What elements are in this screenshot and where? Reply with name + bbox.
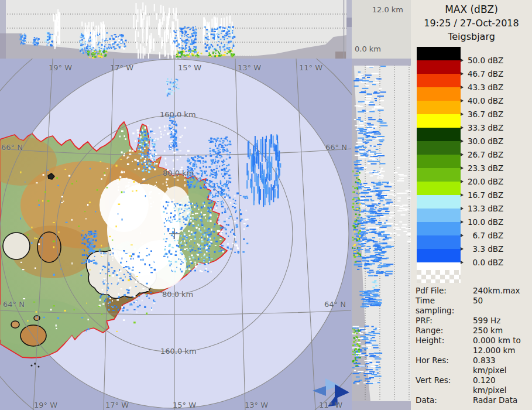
range-ring-label: 80.0 km xyxy=(162,290,193,299)
edge-strip-right-dark xyxy=(346,18,352,27)
dbz-swatch xyxy=(417,101,461,114)
scan-datetime: 19:25 / 27-Oct-2018 xyxy=(411,18,532,29)
dbz-swatch xyxy=(417,155,461,168)
dbz-swatch xyxy=(417,222,461,235)
dbz-scale-label: 33.3 dBZ xyxy=(461,123,503,132)
dbz-scale-label: 16.7 dBZ xyxy=(461,190,503,200)
top-height-profile-panel[interactable] xyxy=(0,0,352,59)
dbz-swatch xyxy=(417,168,461,182)
dbz-swatch xyxy=(417,74,461,87)
dbz-scale-label: 40.0 dBZ xyxy=(461,96,503,105)
nodata-swatch-transparent xyxy=(417,270,461,283)
metadata-row: Pdf File:240km.max xyxy=(416,286,529,296)
scale-tick-arrow-icon xyxy=(461,234,464,237)
dbz-swatch xyxy=(417,141,461,155)
dbz-scale-label: 13.3 dBZ xyxy=(461,204,503,213)
dbz-swatch xyxy=(417,249,461,262)
dbz-swatch xyxy=(417,114,461,128)
metadata-row: Time sampling:50 xyxy=(416,296,529,316)
legend-panel: MAX (dBZ) 19:25 / 27-Oct-2018 Teigsbjarg… xyxy=(411,0,532,410)
dbz-scale-label: 30.0 dBZ xyxy=(461,136,503,146)
longitude-label-top: 15° W xyxy=(178,63,201,72)
dbz-swatch xyxy=(417,128,461,141)
dbz-scale-label: 20.0 dBZ xyxy=(461,177,503,186)
dbz-swatch xyxy=(417,60,461,74)
dbz-swatch xyxy=(417,87,461,101)
dbz-scale-label: 10.0 dBZ xyxy=(461,217,503,227)
longitude-label-top: 11° W xyxy=(299,63,322,72)
dbz-scale-label: 26.7 dBZ xyxy=(461,150,503,159)
radar-application-window: Icelandic Met Office 12.0 km 0.0 km xyxy=(0,0,532,410)
dbz-scale-label: 50.0 dBZ xyxy=(461,56,503,65)
longitude-label-top: 13° W xyxy=(238,63,261,72)
scale-tick-arrow-icon xyxy=(461,86,464,89)
height-axis-max-label: 12.0 km xyxy=(372,5,403,14)
dbz-swatch xyxy=(417,182,461,195)
scale-tick-arrow-icon xyxy=(461,99,464,102)
dbz-colorbar xyxy=(417,47,461,283)
product-metadata: Pdf File:240km.maxTime sampling:50PRF:59… xyxy=(416,286,529,410)
scale-tick-arrow-icon xyxy=(461,207,464,210)
scale-tick-arrow-icon xyxy=(461,220,464,224)
latitude-label-right: 66° N xyxy=(325,143,347,152)
metadata-row: 12.000 km xyxy=(416,346,529,356)
range-ring-label: 80.0 km xyxy=(163,169,194,177)
scale-tick-arrow-icon xyxy=(461,261,464,264)
metadata-row: Hor Res:0.833 km/pixel xyxy=(416,356,529,375)
dbz-swatch xyxy=(417,235,461,249)
longitude-label-top: 19° W xyxy=(49,63,72,72)
scale-tick-arrow-icon xyxy=(461,112,464,116)
latitude-label-left: 66° N xyxy=(1,143,23,152)
dbz-scale-label: 43.3 dBZ xyxy=(461,83,503,92)
nodata-swatch-white xyxy=(417,262,461,270)
longitude-label-top: 17° W xyxy=(110,63,133,72)
dbz-scale-label: 23.3 dBZ xyxy=(461,163,503,173)
longitude-label-bottom: 11° W xyxy=(319,401,342,409)
dbz-swatch xyxy=(417,209,461,222)
dbz-swatch xyxy=(417,195,461,209)
dbz-swatch xyxy=(417,47,461,60)
latitude-label-left: 64° N xyxy=(3,300,25,309)
metadata-row: Height:0.000 km to xyxy=(416,336,529,346)
scale-tick-arrow-icon xyxy=(461,126,464,129)
edge-strip-top xyxy=(352,59,411,66)
dbz-scale-label: 3.3 dBZ xyxy=(461,244,503,254)
edge-strip-bottom xyxy=(352,401,411,410)
longitude-label-bottom: 19° W xyxy=(34,401,57,409)
longitude-label-bottom: 15° W xyxy=(173,401,196,409)
dbz-scale-label: 0.0 dBZ xyxy=(461,258,503,267)
scale-tick-arrow-icon xyxy=(461,72,464,76)
metadata-row: PRF:599 Hz xyxy=(416,316,529,326)
scale-tick-arrow-icon xyxy=(461,139,464,143)
right-height-profile-panel[interactable] xyxy=(352,59,411,410)
edge-strip-left-dark xyxy=(0,33,6,59)
scale-tick-arrow-icon xyxy=(461,180,464,183)
metadata-row: Data:Radar Data xyxy=(416,395,529,405)
metadata-row: Range:250 km xyxy=(416,326,529,336)
scale-tick-arrow-icon xyxy=(461,153,464,156)
longitude-label-bottom: 17° W xyxy=(105,401,129,409)
edge-strip-right xyxy=(346,0,352,59)
scale-tick-arrow-icon xyxy=(461,247,464,251)
profile-axis-corner: 12.0 km 0.0 km xyxy=(352,0,411,59)
latitude-label-right: 64° N xyxy=(324,300,346,309)
top-profile-graphic xyxy=(0,0,352,59)
dbz-scale-label: 6.7 dBZ xyxy=(461,231,503,240)
range-ring-label: 160.0 km xyxy=(160,347,197,356)
dbz-scale-label: 36.7 dBZ xyxy=(461,110,503,119)
station-name: Teigsbjarg xyxy=(411,31,532,42)
profile-echoes-right xyxy=(352,66,411,384)
scale-tick-arrow-icon xyxy=(461,59,464,62)
scale-tick-arrow-icon xyxy=(461,166,464,170)
right-profile-graphic xyxy=(352,59,411,410)
height-axis-min-label: 0.0 km xyxy=(355,45,381,53)
dbz-scale-label: 46.7 dBZ xyxy=(461,69,503,78)
scale-tick-arrow-icon xyxy=(461,193,464,197)
longitude-label-bottom: 13° W xyxy=(245,401,268,409)
product-title: MAX (dBZ) xyxy=(411,4,532,15)
range-ring-label: 160.0 km xyxy=(160,110,196,119)
metadata-row: Vert Res:0.120 km/pixel xyxy=(416,375,529,395)
terrain-profile-block xyxy=(335,52,346,59)
